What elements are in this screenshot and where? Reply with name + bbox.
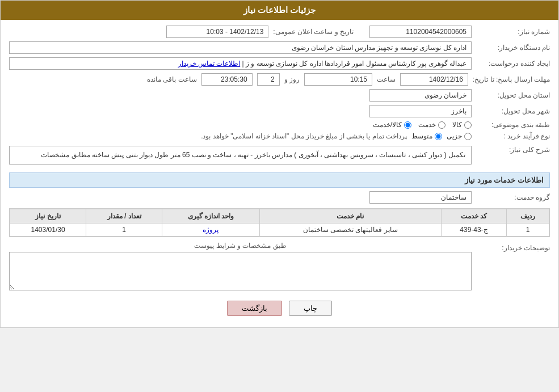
cell-service-code: ج-43-439 — [441, 224, 506, 237]
deadline-date: 1402/12/16 — [400, 73, 468, 86]
process-radio-mottavasset[interactable] — [435, 133, 442, 140]
deadline-row: مهلت ارسال پاسخ: تا تاریخ: 1402/12/16 سا… — [9, 73, 550, 86]
process-description: پرداخت تمام یا بخشی از مبلغ خریداز محل "… — [201, 132, 407, 140]
category-label-khedmat: خدمت — [418, 121, 436, 129]
service-group-row: گروه خدمت: ساختمان — [9, 191, 550, 204]
print-button[interactable]: چاپ — [289, 301, 332, 316]
category-radio-both[interactable] — [404, 121, 411, 129]
city-value: باخرز — [369, 105, 472, 117]
table-header-row: ردیف کد خدمت نام خدمت واحد اندازه گیری ت… — [10, 209, 549, 224]
creator-value: عبداله گوهری پور کارشناس مسئول امور قرار… — [9, 57, 472, 70]
page-title: جزئیات اطلاعات نیاز — [243, 5, 316, 15]
notes-row: توضیحات خریدار: طبق مشخصات و شرایط پیوست — [9, 242, 550, 292]
need-number-row: شماره نیاز: 1102004542000605 تاریخ و ساع… — [9, 26, 550, 38]
notes-area: طبق مشخصات و شرایط پیوست — [9, 242, 472, 292]
category-option-both[interactable]: کالا/خدمت — [373, 121, 411, 129]
time-label: ساعت — [377, 75, 396, 83]
city-label: شهر محل تحویل: — [476, 107, 550, 115]
col-unit: واحد اندازه گیری — [162, 209, 260, 224]
notes-label: توضیحات خریدار: — [476, 242, 550, 252]
process-radio-jozi[interactable] — [464, 133, 472, 140]
process-options: جزیی متوسط پرداخت تمام یا بخشی از مبلغ خ… — [201, 132, 472, 140]
buyer-org-value: اداره کل نوسازی توسعه و تجهیز مدارس استا… — [9, 41, 472, 54]
category-row: طبقه بندی موضوعی: کالا خدمت کالا/خدمت — [9, 121, 550, 129]
buyer-org-label: نام دستگاه خریدار: — [476, 44, 550, 52]
notes-textarea[interactable] — [9, 252, 472, 290]
col-row-num: ردیف — [507, 209, 549, 224]
category-radio-group: کالا خدمت کالا/خدمت — [373, 121, 472, 129]
province-value: خراسان رضوی — [369, 89, 472, 102]
process-type-row: نوع فرآیند خرید : جزیی متوسط پرداخت تمام… — [9, 132, 550, 140]
services-table: ردیف کد خدمت نام خدمت واحد اندازه گیری ت… — [10, 209, 549, 237]
category-label-kala: کالا — [452, 121, 462, 129]
description-row: شرح کلی نیاز: تکمیل ( دیوار کشی ، تاسیسا… — [9, 144, 550, 167]
process-option-jozi[interactable]: جزیی — [447, 132, 472, 140]
col-date: تاریخ نیاز — [10, 209, 86, 224]
process-label-jozi: جزیی — [447, 132, 462, 140]
process-label-mottavasset: متوسط — [411, 132, 432, 140]
col-service-name: نام خدمت — [259, 209, 441, 224]
category-label-both: کالا/خدمت — [373, 121, 402, 129]
notes-hint: طبق مشخصات و شرایط پیوست — [9, 242, 472, 250]
process-type-label: نوع فرآیند خرید : — [476, 132, 550, 140]
service-group-label: گروه خدمت: — [476, 193, 550, 201]
back-button[interactable]: بازگشت — [227, 301, 282, 316]
creator-label: ایجاد کننده درخواست: — [476, 60, 550, 68]
category-radio-kala[interactable] — [464, 121, 472, 129]
remaining-label: ساعت باقی مانده — [147, 75, 197, 83]
need-number-label: شماره نیاز: — [476, 28, 550, 36]
announce-date-label: تاریخ و ساعت اعلان عمومی: — [273, 28, 354, 36]
province-row: استان محل تحویل: خراسان رضوی — [9, 89, 550, 102]
category-radio-khedmat[interactable] — [438, 121, 445, 129]
category-option-khedmat[interactable]: خدمت — [418, 121, 445, 129]
category-label: طبقه بندی موضوعی: — [476, 121, 550, 129]
services-section-header: اطلاعات خدمات مورد نیاز — [9, 172, 550, 188]
button-row: چاپ بازگشت — [9, 301, 550, 316]
description-label: شرح کلی نیاز: — [476, 144, 550, 154]
creator-contact-link[interactable]: اطلاعات تماس خریدار — [178, 60, 241, 68]
creator-text: عبداله گوهری پور کارشناس مسئول امور قرار… — [246, 60, 466, 68]
services-table-container: ردیف کد خدمت نام خدمت واحد اندازه گیری ت… — [9, 208, 550, 237]
col-service-code: کد خدمت — [441, 209, 506, 224]
deadline-days: 2 — [257, 73, 280, 86]
need-number-value: 1102004542000605 — [369, 26, 472, 38]
announce-date-value: 1402/12/13 - 10:03 — [166, 26, 268, 38]
deadline-time: 10:15 — [304, 73, 372, 86]
main-container: جزئیات اطلاعات نیاز شماره نیاز: 11020045… — [0, 0, 559, 328]
description-value: تکمیل ( دیوار کشی ، تاسیسات ، سرویس بهدا… — [9, 146, 472, 165]
deadline-remaining: 23:05:30 — [201, 73, 253, 86]
table-row: 1 ج-43-439 سایر فعالیتهای تخصصی ساختمان … — [10, 224, 549, 237]
creator-row: ایجاد کننده درخواست: عبداله گوهری پور کا… — [9, 57, 550, 70]
cell-row-num: 1 — [507, 224, 549, 237]
days-label: روز و — [284, 75, 300, 83]
category-option-kala[interactable]: کالا — [452, 121, 472, 129]
cell-unit: پروژه — [162, 224, 260, 237]
cell-service-name: سایر فعالیتهای تخصصی ساختمان — [259, 224, 441, 237]
service-group-value: ساختمان — [369, 191, 472, 204]
deadline-label: مهلت ارسال پاسخ: تا تاریخ: — [473, 75, 550, 83]
page-header: جزئیات اطلاعات نیاز — [1, 1, 558, 20]
buyer-org-row: نام دستگاه خریدار: اداره کل نوسازی توسعه… — [9, 41, 550, 54]
city-row: شهر محل تحویل: باخرز — [9, 105, 550, 117]
cell-quantity: 1 — [86, 224, 162, 237]
process-option-mottavasset[interactable]: متوسط — [411, 132, 442, 140]
cell-date: 1403/01/30 — [10, 224, 86, 237]
col-quantity: تعداد / مقدار — [86, 209, 162, 224]
content-area: شماره نیاز: 1102004542000605 تاریخ و ساع… — [1, 20, 558, 327]
province-label: استان محل تحویل: — [476, 91, 550, 99]
